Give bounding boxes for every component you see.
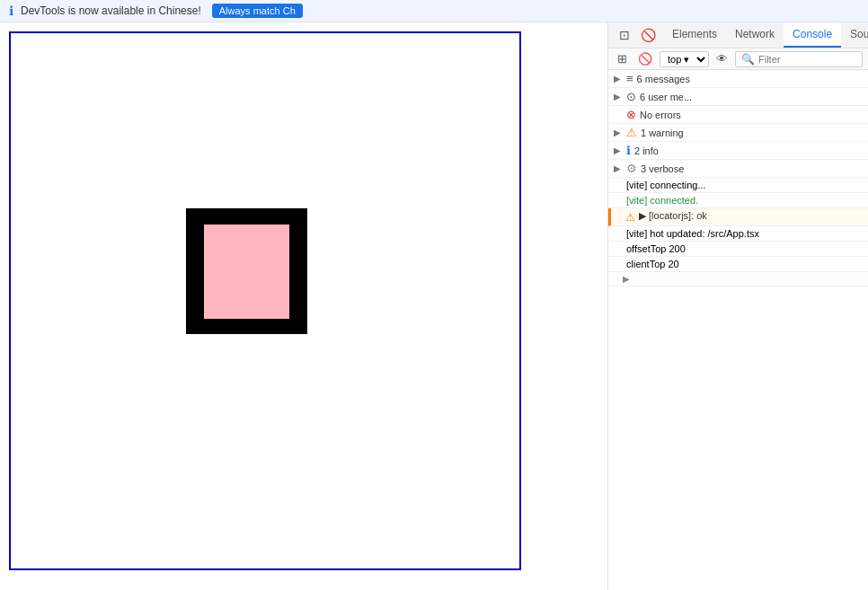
tab-icon-group: ⊡ 🚫 <box>612 22 663 48</box>
warnings-group[interactable]: ▶ ⚠ 1 warning <box>608 124 868 142</box>
info-label: 2 info <box>634 145 863 156</box>
match-chinese-button[interactable]: Always match Ch <box>212 4 303 18</box>
messages-icon: ≡ <box>626 72 633 85</box>
clear-console-button[interactable]: 🚫 <box>634 50 656 67</box>
inspect-icon-button[interactable]: ⊡ <box>616 26 633 44</box>
live-expression-button[interactable]: 👁 <box>713 50 731 67</box>
tab-console[interactable]: Console <box>784 22 841 48</box>
devtools-notification: ℹ DevTools is now available in Chinese! … <box>0 0 868 22</box>
log-entry-connecting[interactable]: [vite] connecting... <box>608 178 868 193</box>
page-preview <box>0 22 607 590</box>
devtools-tabs: ⊡ 🚫 Elements Network Console Sources <box>608 22 868 48</box>
black-box <box>186 208 307 334</box>
pink-box <box>204 225 289 319</box>
log-entry-locatorjs[interactable]: ⚠ ▶ [locatorjs]: ok <box>608 208 868 226</box>
entry-text: offsetTop 200 <box>626 243 861 254</box>
entry-text: [vite] connecting... <box>626 180 861 190</box>
verbose-label: 3 verbose <box>641 163 863 174</box>
filter-icon: 🔍 <box>741 53 755 66</box>
entry-text: clientTop 20 <box>626 259 861 269</box>
tab-elements[interactable]: Elements <box>663 22 726 48</box>
errors-group[interactable]: ⊗ No errors <box>608 106 868 124</box>
page-frame <box>9 31 521 570</box>
context-select[interactable]: top ▾ <box>660 51 709 67</box>
log-entry-expand[interactable]: ▶ <box>608 272 868 286</box>
entry-text: [vite] hot updated: /src/App.tsx <box>626 228 861 239</box>
block-icon-button[interactable]: 🚫 <box>637 26 660 44</box>
sidebar-toggle-button[interactable]: ⊞ <box>614 50 631 67</box>
devtools-panel: ⊡ 🚫 Elements Network Console Sources ⊞ 🚫… <box>607 22 868 590</box>
expand-arrow: ▶ <box>614 128 623 137</box>
verbose-icon: ⚙ <box>626 162 637 175</box>
filter-input[interactable] <box>758 54 856 65</box>
user-messages-group[interactable]: ▶ ⊙ 6 user me... <box>608 88 868 106</box>
entry-text: ▶ [locatorjs]: ok <box>639 210 861 222</box>
user-icon: ⊙ <box>626 90 636 103</box>
info-icon: ℹ <box>9 4 13 18</box>
verbose-group[interactable]: ▶ ⚙ 3 verbose <box>608 160 868 178</box>
messages-group[interactable]: ▶ ≡ 6 messages <box>608 70 868 88</box>
log-entry-client-top[interactable]: clientTop 20 <box>608 257 868 272</box>
warning-icon: ⚠ <box>626 126 637 139</box>
info-icon: ℹ <box>626 144 631 157</box>
log-entry-hot-updated[interactable]: [vite] hot updated: /src/App.tsx <box>608 226 868 242</box>
main-container: ⊡ 🚫 Elements Network Console Sources ⊞ 🚫… <box>0 22 868 590</box>
tab-sources[interactable]: Sources <box>841 22 868 48</box>
expand-arrow: ▶ <box>614 145 623 155</box>
filter-bar: 🔍 <box>735 51 863 67</box>
warning-entry-icon: ⚠ <box>625 211 635 224</box>
error-icon: ⊗ <box>626 108 636 121</box>
console-toolbar: ⊞ 🚫 top ▾ 👁 🔍 <box>608 48 868 70</box>
errors-label: No errors <box>640 110 863 120</box>
expand-arrow: ▶ <box>614 74 623 84</box>
log-entry-offset-top[interactable]: offsetTop 200 <box>608 242 868 257</box>
entry-text: [vite] connected. <box>626 195 861 206</box>
notification-text: DevTools is now available in Chinese! <box>21 4 201 17</box>
messages-label: 6 messages <box>637 74 863 84</box>
warnings-label: 1 warning <box>641 128 863 138</box>
expand-obj-icon: ▶ <box>623 274 630 284</box>
user-messages-label: 6 user me... <box>640 92 863 102</box>
log-entry-connected[interactable]: [vite] connected. <box>608 193 868 208</box>
expand-arrow: ▶ <box>614 92 623 101</box>
tab-network[interactable]: Network <box>726 22 784 48</box>
expand-arrow: ▶ <box>614 163 623 173</box>
info-group[interactable]: ▶ ℹ 2 info <box>608 142 868 160</box>
console-messages: ▶ ≡ 6 messages ▶ ⊙ 6 user me... ⊗ No err… <box>608 70 868 590</box>
